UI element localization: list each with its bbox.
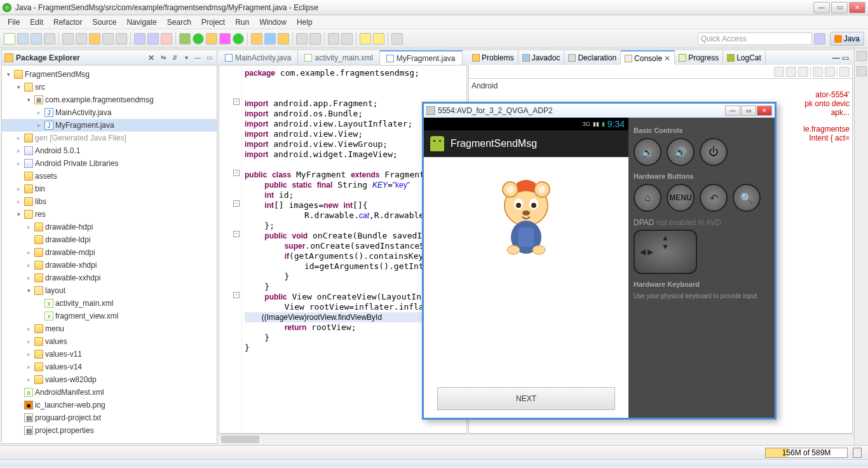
tree-drawable-xxhdpi[interactable]: ▹drawable-xxhdpi bbox=[2, 272, 217, 284]
forward-button[interactable] bbox=[373, 33, 384, 45]
toggle-mark-button[interactable] bbox=[328, 33, 339, 45]
tree-properties[interactable]: ▤project.properties bbox=[2, 424, 217, 437]
maximize-view-icon[interactable]: ▭ bbox=[204, 53, 214, 63]
emulator-minimize-button[interactable]: — bbox=[725, 106, 740, 116]
editor-tab-myfragment[interactable]: MyFragment.java bbox=[380, 50, 463, 65]
link-editor-icon[interactable]: ⇵ bbox=[170, 53, 180, 63]
new-package-button[interactable] bbox=[251, 33, 262, 45]
run-config-button[interactable] bbox=[206, 33, 217, 45]
tab-problems[interactable]: Problems bbox=[468, 50, 519, 65]
back-button[interactable]: ↶ bbox=[700, 184, 728, 212]
tree-bin[interactable]: ▹bin bbox=[2, 182, 217, 195]
menu-file[interactable]: File bbox=[3, 18, 25, 27]
editor-horizontal-scrollbar[interactable] bbox=[219, 434, 467, 444]
tree-launcher-png[interactable]: ■ic_launcher-web.png bbox=[2, 399, 217, 411]
tool-button-2[interactable] bbox=[116, 33, 127, 45]
tree-mainactivity[interactable]: ▹JMainActivity.java bbox=[2, 106, 217, 119]
menu-navigate[interactable]: Navigate bbox=[121, 18, 161, 27]
editor-tab-activity-main[interactable]: activity_main.xml bbox=[298, 50, 379, 65]
tree-project[interactable]: ▾FragmentSendMsg bbox=[2, 68, 217, 81]
tree-package[interactable]: ▾⊞com.example.fragmentsendmsg bbox=[2, 93, 217, 106]
minimize-button[interactable]: — bbox=[813, 2, 830, 13]
tree-values[interactable]: ▹values bbox=[2, 335, 217, 348]
debug-button[interactable] bbox=[179, 33, 191, 45]
emulator-maximize-button[interactable]: ▭ bbox=[741, 106, 756, 116]
new-folder-button[interactable] bbox=[278, 33, 289, 45]
tab-console[interactable]: Console ✕ bbox=[621, 50, 675, 65]
tool-button-1[interactable] bbox=[102, 33, 114, 45]
menu-source[interactable]: Source bbox=[87, 18, 121, 27]
power-button[interactable]: ⏻ bbox=[700, 138, 728, 166]
tree-res[interactable]: ▾res bbox=[2, 208, 217, 221]
view-menu-icon[interactable]: ▾ bbox=[181, 53, 191, 63]
pin-button[interactable] bbox=[391, 33, 403, 45]
tab-declaration[interactable]: Declaration bbox=[564, 50, 621, 65]
new-button[interactable] bbox=[4, 33, 15, 45]
tab-javadoc[interactable]: Javadoc bbox=[519, 50, 565, 65]
quick-access-input[interactable]: Quick Access bbox=[698, 32, 812, 45]
toggle-button[interactable] bbox=[76, 33, 87, 45]
memory-indicator[interactable]: 156M of 589M bbox=[765, 448, 848, 458]
annotation-button[interactable] bbox=[341, 33, 353, 45]
console-pin-button[interactable] bbox=[798, 67, 808, 77]
menu-help[interactable]: Help bbox=[292, 18, 318, 27]
menu-refactor[interactable]: Refactor bbox=[48, 18, 87, 27]
menu-button[interactable]: MENU bbox=[667, 184, 695, 212]
editor-tab-mainactivity[interactable]: MainActivity.java bbox=[219, 50, 298, 65]
tree-drawable-xhdpi[interactable]: ▹drawable-xhdpi bbox=[2, 259, 217, 272]
lint-button[interactable] bbox=[161, 33, 172, 45]
external-tools-button[interactable] bbox=[219, 33, 231, 45]
dpad-control[interactable] bbox=[634, 230, 697, 274]
emulator-screen[interactable]: 3G ▮▮ ▮ 9:34 FragmentSendMsg bbox=[424, 118, 628, 418]
tree-menu[interactable]: ▹menu bbox=[2, 322, 217, 335]
sdk-manager-button[interactable] bbox=[134, 33, 146, 45]
tree-drawable-mdpi[interactable]: ▹drawable-mdpi bbox=[2, 246, 217, 259]
folder-button[interactable] bbox=[89, 33, 100, 45]
tree-fragment-view-xml[interactable]: xfragment_view.xml bbox=[2, 310, 217, 322]
open-perspective-button[interactable] bbox=[814, 33, 825, 45]
tree-values-v11[interactable]: ▹values-v11 bbox=[2, 348, 217, 361]
open-type-button[interactable] bbox=[296, 33, 308, 45]
volume-up-button[interactable]: 🔊 bbox=[667, 138, 695, 166]
tree-activity-main-xml[interactable]: xactivity_main.xml bbox=[2, 297, 217, 310]
tree-private-lib[interactable]: ▹Android Private Libraries bbox=[2, 157, 217, 170]
tree-drawable-hdpi[interactable]: ▹drawable-hdpi bbox=[2, 221, 217, 233]
tab-logcat[interactable]: LogCat bbox=[723, 50, 766, 65]
tree-values-w820[interactable]: ▹values-w820dp bbox=[2, 373, 217, 386]
build-button[interactable] bbox=[62, 33, 74, 45]
tree-layout[interactable]: ▾layout bbox=[2, 284, 217, 297]
min-max-icons[interactable]: — ▭ bbox=[829, 50, 853, 65]
console-clear-button[interactable] bbox=[774, 67, 784, 77]
tree-myfragment[interactable]: ▹JMyFragment.java bbox=[2, 119, 217, 132]
gc-trash-icon[interactable] bbox=[853, 448, 862, 458]
search-hw-button[interactable]: 🔍 bbox=[733, 184, 761, 212]
tasks-trim-icon[interactable] bbox=[857, 66, 867, 76]
menu-search[interactable]: Search bbox=[162, 18, 196, 27]
new-class-button[interactable] bbox=[264, 33, 276, 45]
print-button[interactable] bbox=[44, 33, 55, 45]
menu-edit[interactable]: Edit bbox=[25, 18, 48, 27]
tree-drawable-ldpi[interactable]: drawable-ldpi bbox=[2, 233, 217, 246]
close-button[interactable]: ✕ bbox=[849, 2, 865, 13]
menu-project[interactable]: Project bbox=[196, 18, 230, 27]
menu-run[interactable]: Run bbox=[230, 18, 254, 27]
tree-libs[interactable]: ▹libs bbox=[2, 195, 217, 208]
collapse-all-icon[interactable]: ⇆ bbox=[158, 53, 168, 63]
save-button[interactable] bbox=[17, 33, 29, 45]
console-scroll-lock-button[interactable] bbox=[786, 67, 796, 77]
console-horizontal-scrollbar[interactable] bbox=[468, 434, 853, 444]
tree-values-v14[interactable]: ▹values-v14 bbox=[2, 361, 217, 373]
tree-src[interactable]: ▾src bbox=[2, 81, 217, 93]
maximize-button[interactable]: ▭ bbox=[831, 2, 848, 13]
emulator-close-button[interactable]: ✕ bbox=[757, 106, 772, 116]
java-perspective-button[interactable]: Java bbox=[830, 32, 864, 46]
volume-down-button[interactable]: 🔉 bbox=[634, 138, 661, 166]
save-all-button[interactable] bbox=[31, 33, 42, 45]
run-button[interactable] bbox=[193, 33, 204, 45]
run-last-button[interactable] bbox=[233, 33, 244, 45]
tree-android[interactable]: ▹Android 5.0.1 bbox=[2, 144, 217, 157]
tree-proguard[interactable]: ▤proguard-project.txt bbox=[2, 411, 217, 424]
tree-assets[interactable]: assets bbox=[2, 170, 217, 182]
tab-progress[interactable]: Progress bbox=[675, 50, 723, 65]
menu-window[interactable]: Window bbox=[254, 18, 292, 27]
